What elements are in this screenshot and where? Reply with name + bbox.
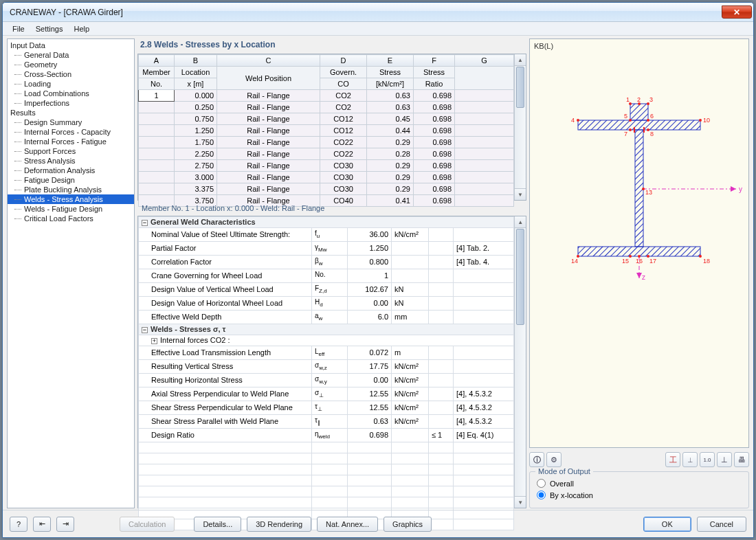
detail-row[interactable]: Partial FactorγMw1.250[4] Tab. 2. bbox=[139, 242, 514, 256]
tree-input-data[interactable]: Input Data bbox=[8, 41, 134, 50]
menu-file[interactable]: File bbox=[7, 23, 30, 34]
cancel-button[interactable]: Cancel bbox=[697, 517, 746, 532]
radio-byx-label: By x-location bbox=[550, 491, 593, 499]
view-axes-icon[interactable]: ⊥ bbox=[717, 452, 732, 467]
table-row[interactable]: 10.000Rail - FlangeCO20.630.698 bbox=[139, 90, 514, 102]
svg-text:3: 3 bbox=[649, 96, 653, 103]
rendering-button[interactable]: 3D Rendering bbox=[247, 517, 311, 532]
col-d[interactable]: D bbox=[320, 55, 367, 67]
table-row[interactable]: 1.750Rail - FlangeCO220.290.698 bbox=[139, 137, 514, 148]
annex-button[interactable]: Nat. Annex... bbox=[317, 517, 378, 532]
close-button[interactable]: ✕ bbox=[722, 5, 752, 19]
hdr-unit: [kN/cm²] bbox=[367, 78, 414, 90]
col-b[interactable]: B bbox=[175, 55, 217, 67]
radio-byx[interactable] bbox=[537, 491, 546, 499]
col-e[interactable]: E bbox=[367, 55, 414, 67]
next-button[interactable]: ⇥ bbox=[56, 517, 74, 532]
tree-general-data[interactable]: General Data bbox=[8, 50, 134, 60]
hdr-no: No. bbox=[139, 78, 175, 90]
detail-row[interactable]: Correlation Factorβw0.800[4] Tab. 4. bbox=[139, 256, 514, 269]
tree-results[interactable]: Results bbox=[8, 108, 134, 117]
table-row[interactable]: 1.250Rail - FlangeCO120.440.698 bbox=[139, 125, 514, 137]
table-row[interactable]: 3.375Rail - FlangeCO300.290.698 bbox=[139, 183, 514, 195]
tree-welds-stress[interactable]: Welds - Stress Analysis bbox=[8, 194, 134, 204]
detail-row[interactable]: Resulting Horizontal Stressσw,y0.00kN/cm… bbox=[139, 374, 514, 387]
tree-loading[interactable]: Loading bbox=[8, 79, 134, 89]
tree-critical-load[interactable]: Critical Load Factors bbox=[8, 214, 134, 223]
grid-scrollbar[interactable]: ▲ ▼ bbox=[514, 54, 526, 200]
detail-row[interactable]: Shear Stress Perpendicular to Weld Plane… bbox=[139, 401, 514, 415]
svg-rect-4 bbox=[578, 247, 700, 256]
info-icon[interactable]: ⓘ bbox=[529, 452, 544, 467]
detail-row[interactable]: Design Ratioηweld0.698≤ 1[4] Eq. 4(1) bbox=[139, 429, 514, 442]
detail-row[interactable]: Axial Stress Perpendicular to Weld Plane… bbox=[139, 387, 514, 401]
section-viewer[interactable]: KB(L) y bbox=[529, 38, 749, 448]
scroll-down-icon[interactable]: ▼ bbox=[515, 496, 526, 508]
table-row[interactable]: 2.250Rail - FlangeCO220.280.698 bbox=[139, 148, 514, 160]
tree-deformation[interactable]: Deformation Analysis bbox=[8, 166, 134, 175]
svg-text:17: 17 bbox=[649, 258, 656, 265]
detail-row[interactable]: Resulting Vertical Stressσw,z17.75kN/cm² bbox=[139, 360, 514, 374]
help-button[interactable]: ? bbox=[10, 517, 27, 532]
detail-row[interactable]: Shear Stress Parallel with Weld Planeτ∥0… bbox=[139, 415, 514, 429]
menu-settings[interactable]: Settings bbox=[30, 23, 69, 34]
tree-geometry[interactable]: Geometry bbox=[8, 60, 134, 69]
table-row[interactable]: 2.750Rail - FlangeCO300.290.698 bbox=[139, 160, 514, 172]
radio-overall[interactable] bbox=[537, 479, 546, 488]
svg-point-35 bbox=[629, 255, 632, 258]
scroll-thumb[interactable] bbox=[516, 67, 524, 108]
hdr-stress: Stress bbox=[367, 67, 414, 78]
svg-point-41 bbox=[699, 255, 702, 258]
nav-tree[interactable]: Input Data General Data Geometry Cross-S… bbox=[7, 38, 135, 508]
tree-imperfections[interactable]: Imperfections bbox=[8, 98, 134, 108]
scroll-up-icon[interactable]: ▲ bbox=[515, 54, 526, 66]
menu-help[interactable]: Help bbox=[68, 23, 95, 34]
results-grid[interactable]: A B C D E F G Member Location Weld Posit… bbox=[137, 54, 526, 201]
radio-overall-row[interactable]: Overall bbox=[537, 477, 742, 489]
scroll-down-icon[interactable]: ▼ bbox=[515, 188, 526, 200]
col-c[interactable]: C bbox=[217, 55, 320, 67]
scroll-up-icon[interactable]: ▲ bbox=[515, 216, 526, 228]
detail-scrollbar[interactable]: ▲ ▼ bbox=[514, 216, 526, 508]
col-g[interactable]: G bbox=[455, 55, 514, 67]
tree-design-summary[interactable]: Design Summary bbox=[8, 117, 134, 127]
detail-row[interactable]: Nominal Value of Steel Ultimate Strength… bbox=[139, 228, 514, 242]
tree-support-forces[interactable]: Support Forces bbox=[8, 146, 134, 156]
detail-row[interactable]: Effective Weld Depthaw6.0mm bbox=[139, 311, 514, 324]
view-values-icon[interactable]: 1.0 bbox=[700, 452, 715, 467]
radio-byx-row[interactable]: By x-location bbox=[537, 489, 742, 501]
tree-internal-fatigue[interactable]: Internal Forces - Fatigue bbox=[8, 137, 134, 146]
svg-point-31 bbox=[642, 188, 645, 190]
results-table[interactable]: A B C D E F G Member Location Weld Posit… bbox=[138, 54, 514, 207]
details-button[interactable]: Details... bbox=[194, 517, 241, 532]
prev-button[interactable]: ⇤ bbox=[33, 517, 51, 532]
detail-row[interactable]: Design Value of Horizontal Wheel LoadHd0… bbox=[139, 297, 514, 311]
settings-icon[interactable]: ⚙ bbox=[546, 452, 562, 467]
table-row[interactable]: 0.250Rail - FlangeCO20.630.698 bbox=[139, 102, 514, 113]
detail-row[interactable]: Crane Governing for Wheel LoadNo.1 bbox=[139, 269, 514, 283]
calculation-button[interactable]: Calculation bbox=[120, 517, 175, 532]
tree-plate-buckling[interactable]: Plate Buckling Analysis bbox=[8, 185, 134, 194]
view-section-icon[interactable]: 工 bbox=[665, 452, 680, 467]
detail-panel[interactable]: −General Weld CharacteristicsNominal Val… bbox=[137, 216, 526, 508]
table-row[interactable]: 0.750Rail - FlangeCO120.450.698 bbox=[139, 113, 514, 125]
detail-row[interactable]: Design Value of Vertical Wheel LoadFZ,d1… bbox=[139, 283, 514, 297]
view-elevation-icon[interactable]: ⟂ bbox=[682, 452, 698, 467]
tree-fatigue-design[interactable]: Fatigue Design bbox=[8, 175, 134, 185]
table-row[interactable]: 3.000Rail - FlangeCO300.290.698 bbox=[139, 172, 514, 183]
tree-internal-capacity[interactable]: Internal Forces - Capacity bbox=[8, 127, 134, 137]
print-icon[interactable]: 🖶 bbox=[734, 452, 749, 467]
graphics-button[interactable]: Graphics bbox=[383, 517, 432, 532]
detail-table[interactable]: −General Weld CharacteristicsNominal Val… bbox=[138, 216, 514, 530]
detail-row[interactable]: Effective Load Transmission LengthLeff0.… bbox=[139, 346, 514, 360]
ok-button[interactable]: OK bbox=[643, 517, 691, 532]
scroll-thumb[interactable] bbox=[516, 229, 524, 325]
col-f[interactable]: F bbox=[414, 55, 455, 67]
tree-welds-fatigue[interactable]: Welds - Fatigue Design bbox=[8, 204, 134, 214]
svg-point-29 bbox=[699, 119, 702, 122]
tree-cross-section[interactable]: Cross-Section bbox=[8, 69, 134, 79]
titlebar[interactable]: CRANEWAY - [CRAWA Girder] ✕ bbox=[3, 3, 753, 22]
tree-load-combinations[interactable]: Load Combinations bbox=[8, 89, 134, 98]
col-a[interactable]: A bbox=[139, 55, 175, 67]
tree-stress-analysis[interactable]: Stress Analysis bbox=[8, 156, 134, 166]
